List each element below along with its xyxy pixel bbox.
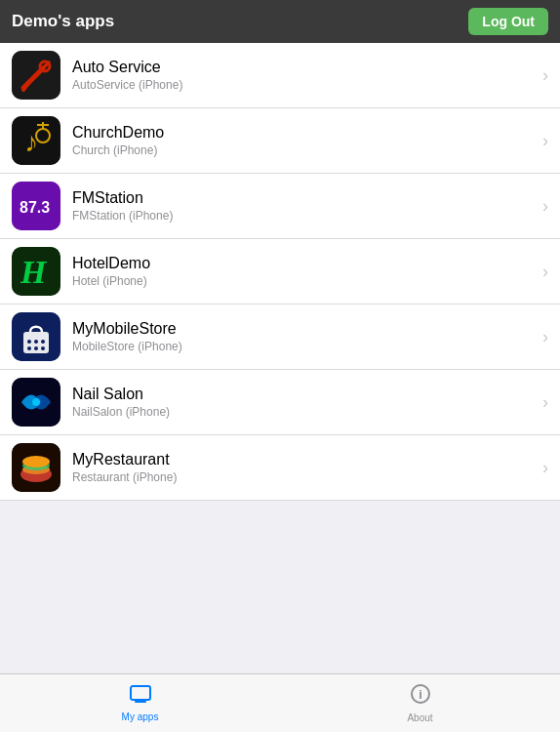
header-title: Demo's apps — [12, 12, 114, 31]
svg-point-28 — [22, 456, 50, 468]
hoteldemo-icon-svg: H — [12, 247, 60, 296]
mymobilestore-icon-svg — [12, 312, 60, 361]
tab-myapps-label: My apps — [122, 712, 159, 722]
about-icon: i — [410, 683, 431, 711]
svg-text:i: i — [419, 687, 422, 702]
app-subtitle: Hotel (iPhone) — [72, 274, 535, 288]
app-info-fmstation: FMStation FMStation (iPhone) — [72, 189, 535, 223]
app-info-nailsalon: Nail Salon NailSalon (iPhone) — [72, 386, 535, 419]
nailsalon-icon-svg — [12, 378, 60, 427]
svg-point-21 — [41, 346, 45, 350]
svg-text:H: H — [20, 254, 48, 290]
app-name: HotelDemo — [72, 255, 535, 272]
app-subtitle: Church (iPhone) — [72, 143, 535, 157]
list-item[interactable]: Nail Salon NailSalon (iPhone) › — [0, 370, 560, 435]
chevron-right-icon: › — [542, 327, 548, 347]
tab-myapps[interactable]: My apps — [0, 674, 280, 732]
list-item[interactable]: MyRestaurant Restaurant (iPhone) › — [0, 435, 560, 501]
app-name: MyMobileStore — [72, 320, 535, 338]
list-item[interactable]: MyMobileStore MobileStore (iPhone) › — [0, 305, 560, 370]
app-info-mymobilestore: MyMobileStore MobileStore (iPhone) — [72, 320, 535, 353]
tab-about[interactable]: i About — [280, 674, 560, 732]
svg-point-19 — [27, 346, 31, 350]
app-info-autoservice: Auto Service AutoService (iPhone) — [72, 59, 535, 92]
app-name: FMStation — [72, 189, 535, 207]
app-list: Auto Service AutoService (iPhone) › ♪ Ch… — [0, 43, 560, 501]
app-subtitle: NailSalon (iPhone) — [72, 405, 535, 419]
myapps-icon — [129, 684, 152, 710]
chevron-right-icon: › — [542, 262, 548, 282]
svg-point-17 — [34, 340, 38, 344]
myrestaurant-icon-svg — [12, 443, 60, 492]
app-name: Nail Salon — [72, 386, 535, 403]
app-name: Auto Service — [72, 59, 535, 76]
app-info-churchdemo: ChurchDemo Church (iPhone) — [72, 124, 535, 157]
app-subtitle: FMStation (iPhone) — [72, 209, 535, 223]
list-item[interactable]: ♪ ChurchDemo Church (iPhone) › — [0, 108, 560, 174]
svg-text:87.3: 87.3 — [20, 199, 50, 216]
autoservice-icon-svg — [12, 51, 60, 100]
chevron-right-icon: › — [542, 392, 548, 413]
chevron-right-icon: › — [542, 458, 548, 478]
app-icon-nailsalon — [12, 378, 60, 427]
app-info-myrestaurant: MyRestaurant Restaurant (iPhone) — [72, 451, 535, 484]
tab-about-label: About — [407, 712, 432, 723]
app-icon-autoservice — [12, 51, 60, 100]
app-icon-fmstation: 87.3 — [12, 182, 60, 230]
svg-rect-29 — [131, 686, 150, 700]
list-item[interactable]: H HotelDemo Hotel (iPhone) › — [0, 239, 560, 305]
app-icon-myrestaurant — [12, 443, 60, 492]
list-item[interactable]: 87.3 FMStation FMStation (iPhone) › — [0, 174, 560, 239]
app-header: Demo's apps Log Out — [0, 0, 560, 43]
list-item[interactable]: Auto Service AutoService (iPhone) › — [0, 43, 560, 108]
app-icon-hoteldemo: H — [12, 247, 60, 296]
svg-text:♪: ♪ — [24, 127, 38, 157]
app-name: ChurchDemo — [72, 124, 535, 142]
svg-point-18 — [41, 340, 45, 344]
app-subtitle: MobileStore (iPhone) — [72, 340, 535, 353]
svg-point-20 — [34, 346, 38, 350]
app-subtitle: AutoService (iPhone) — [72, 78, 535, 92]
app-icon-mymobilestore — [12, 312, 60, 361]
chevron-right-icon: › — [542, 196, 548, 217]
logout-button[interactable]: Log Out — [468, 8, 548, 35]
svg-point-16 — [27, 340, 31, 344]
svg-point-23 — [32, 398, 40, 406]
app-name: MyRestaurant — [72, 451, 535, 468]
app-subtitle: Restaurant (iPhone) — [72, 470, 535, 484]
app-icon-churchdemo: ♪ — [12, 116, 60, 165]
fmstation-icon-svg: 87.3 — [12, 182, 60, 230]
chevron-right-icon: › — [542, 131, 548, 151]
chevron-right-icon: › — [542, 65, 548, 86]
tab-bar: My apps i About — [0, 673, 560, 732]
churchdemo-icon-svg: ♪ — [12, 116, 60, 165]
app-info-hoteldemo: HotelDemo Hotel (iPhone) — [72, 255, 535, 288]
empty-content-area — [0, 501, 560, 673]
